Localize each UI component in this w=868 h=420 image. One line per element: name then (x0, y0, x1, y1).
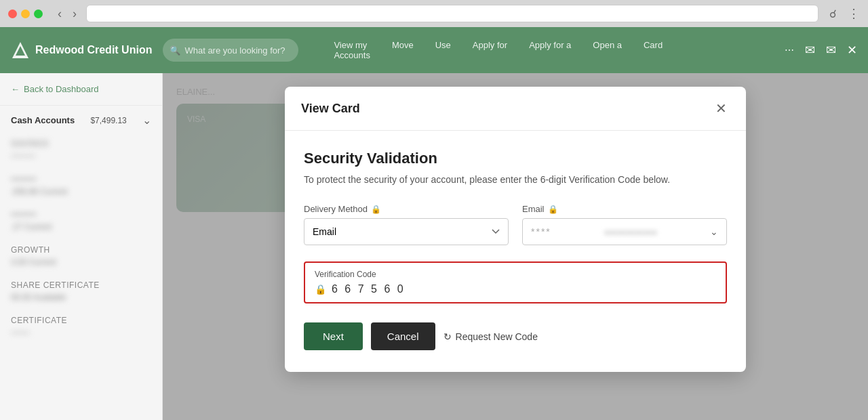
nav-item-move[interactable]: Move (381, 35, 425, 66)
account-name: •••••••• (11, 210, 151, 219)
browser-menu-icon[interactable]: ⋮ (848, 6, 860, 21)
delivery-lock-icon: 🔒 (371, 205, 381, 214)
list-item[interactable]: •••••••• .27 Current (0, 203, 162, 238)
list-item[interactable]: SHARE CERTIFICATE 00.00 Available (0, 274, 162, 309)
refresh-icon: ↻ (443, 331, 452, 342)
verification-input-row: 🔒 (315, 283, 716, 295)
email-lock-icon: 🔒 (548, 205, 558, 214)
address-bar[interactable] (86, 5, 818, 22)
list-item[interactable]: •••••••• .056.86 Current (0, 168, 162, 203)
cash-accounts-label: Cash Accounts (11, 115, 75, 125)
traffic-lights (8, 9, 43, 18)
search-wrap: 🔍 (163, 39, 298, 62)
nav-item-use[interactable]: Use (425, 35, 462, 66)
view-card-modal: View Card ✕ Security Validation To prote… (285, 87, 746, 372)
verification-section: Verification Code 🔒 (304, 261, 727, 303)
nav-menu: View myAccounts Move Use Apply for Apply… (323, 35, 673, 66)
header-icons: ⋯ ✉ ✉ ✕ (785, 43, 857, 58)
account-number: •••••••• (11, 151, 151, 161)
email-label: Email 🔒 (522, 204, 727, 214)
delivery-method-select[interactable]: Email (304, 218, 509, 245)
search-input[interactable] (163, 39, 298, 62)
email-group: Email 🔒 **** xxxxxxxxxxxx ⌄ (522, 204, 727, 245)
back-to-dashboard-button[interactable]: ← Back to Dashboard (0, 73, 162, 106)
logo-name: Redwood Credit Union (35, 44, 152, 56)
account-name: GROWTH (11, 245, 151, 255)
verif-lock-icon: 🔒 (315, 284, 326, 295)
browser-search-icon[interactable]: ☌ (829, 7, 837, 20)
user-icon[interactable]: ✕ (847, 43, 857, 58)
nav-item-card[interactable]: Card (633, 35, 673, 66)
email-chevron-icon: ⌄ (710, 226, 718, 237)
account-balance: 3.00 Current (11, 257, 151, 267)
main-layout: ← Back to Dashboard Cash Accounts $7,499… (0, 73, 868, 420)
account-name: SHARE CERTIFICATE (11, 280, 151, 290)
list-item[interactable]: SAVINGS •••••••• (0, 132, 162, 168)
next-button[interactable]: Next (304, 322, 363, 350)
logo-icon (11, 41, 30, 60)
app-header: Redwood Credit Union 🔍 View myAccounts M… (0, 27, 868, 73)
email-icon[interactable]: ✉ (826, 43, 836, 58)
nav-item-open-a[interactable]: Open a (582, 35, 633, 66)
browser-back-button[interactable]: ‹ (54, 5, 66, 22)
request-new-code-label: Request New Code (456, 331, 538, 342)
email-masked-stars: **** (531, 226, 551, 237)
validation-title: Security Validation (304, 150, 727, 167)
email-partial: xxxxxxxxxxxx (604, 227, 657, 237)
cash-accounts-section-header: Cash Accounts $7,499.13 ⌄ (0, 106, 162, 132)
maximize-traffic-light[interactable] (34, 9, 43, 18)
account-name: SAVINGS (11, 139, 151, 148)
account-balance: .27 Current (11, 222, 151, 232)
browser-chrome: ‹ › ☌ ⋮ (0, 0, 868, 27)
messages-icon[interactable]: ✉ (805, 43, 815, 58)
more-icon[interactable]: ⋯ (785, 45, 794, 56)
content-area: ELAINE... VISA ⊕ ☰ View Card ✕ (163, 73, 868, 420)
account-balance: .056.86 Current (11, 187, 151, 196)
close-traffic-light[interactable] (8, 9, 17, 18)
cancel-button[interactable]: Cancel (371, 322, 435, 350)
modal-header: View Card ✕ (285, 87, 746, 131)
modal-close-button[interactable]: ✕ (713, 98, 730, 119)
browser-nav-buttons: ‹ › (54, 5, 81, 22)
cash-accounts-collapse-icon[interactable]: ⌄ (142, 114, 151, 127)
verification-label: Verification Code (315, 270, 716, 279)
button-row: Next Cancel ↻ Request New Code (304, 322, 727, 350)
account-number: •••••• (11, 328, 151, 338)
verification-code-input[interactable] (332, 283, 716, 295)
back-to-dashboard-label: Back to Dashboard (24, 84, 99, 94)
modal-title: View Card (301, 102, 360, 116)
list-item[interactable]: CERTIFICATE •••••• (0, 309, 162, 345)
sidebar: ← Back to Dashboard Cash Accounts $7,499… (0, 73, 163, 420)
account-name: CERTIFICATE (11, 316, 151, 325)
delivery-method-group: Delivery Method 🔒 Email (304, 204, 509, 245)
browser-forward-button[interactable]: › (68, 5, 81, 22)
search-icon: 🔍 (170, 45, 180, 56)
account-name: •••••••• (11, 175, 151, 184)
validation-desc: To protect the security of your account,… (304, 174, 727, 185)
delivery-method-label: Delivery Method 🔒 (304, 204, 509, 214)
modal-body: Security Validation To protect the secur… (285, 131, 746, 372)
list-item[interactable]: GROWTH 3.00 Current (0, 238, 162, 274)
account-balance: 00.00 Available (11, 293, 151, 302)
email-masked-display: **** xxxxxxxxxxxx ⌄ (522, 218, 727, 245)
request-new-code-button[interactable]: ↻ Request New Code (443, 331, 538, 342)
cash-accounts-amount: $7,499.13 (90, 116, 126, 125)
form-row: Delivery Method 🔒 Email Email (304, 204, 727, 245)
modal-overlay: View Card ✕ Security Validation To prote… (163, 73, 868, 420)
back-arrow-icon: ← (11, 84, 20, 94)
nav-item-apply-for[interactable]: Apply for (462, 35, 518, 66)
logo-area: Redwood Credit Union (11, 41, 152, 60)
nav-item-apply-for-a[interactable]: Apply for a (518, 35, 582, 66)
app: Redwood Credit Union 🔍 View myAccounts M… (0, 27, 868, 420)
minimize-traffic-light[interactable] (21, 9, 30, 18)
nav-item-view-my[interactable]: View myAccounts (323, 35, 380, 66)
